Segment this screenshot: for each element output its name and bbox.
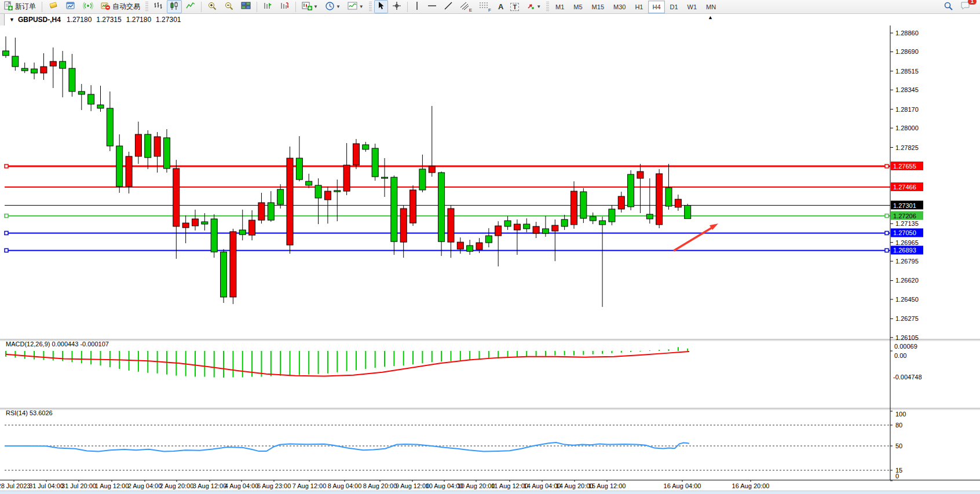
line-handle[interactable] bbox=[885, 248, 888, 252]
chart-shift-marker[interactable]: ▲ bbox=[708, 14, 713, 20]
auto-trading-button[interactable]: 自动交易 bbox=[97, 0, 143, 13]
price-tick-label: 1.26620 bbox=[895, 277, 919, 284]
cursor-tool-button[interactable] bbox=[374, 0, 388, 13]
time-tick-label: 15 Aug 12:00 bbox=[588, 482, 626, 489]
timeframe-button-w1[interactable]: W1 bbox=[683, 1, 701, 13]
candlestick-chart-button[interactable] bbox=[167, 0, 182, 13]
rsi-axis-label: 80 bbox=[895, 422, 902, 429]
candle bbox=[609, 209, 615, 222]
crosshair-tool-button[interactable] bbox=[389, 0, 404, 13]
candle bbox=[599, 221, 606, 225]
candle bbox=[448, 208, 454, 242]
notifications-button[interactable]: 1 bbox=[957, 0, 974, 13]
candle bbox=[182, 223, 189, 228]
price-tick-label: 1.26965 bbox=[895, 239, 919, 246]
line-handle[interactable] bbox=[5, 164, 8, 168]
candle bbox=[324, 191, 331, 200]
new-order-button[interactable]: 新订单 bbox=[1, 0, 39, 13]
chart-shift-icon bbox=[280, 1, 290, 12]
indicators-button[interactable]: ▼ bbox=[345, 0, 367, 13]
auto-scroll-button[interactable] bbox=[260, 0, 276, 13]
time-tick-label: 28 Jul 2023 bbox=[0, 482, 30, 489]
crosshair-icon bbox=[392, 1, 401, 12]
candle bbox=[239, 230, 246, 235]
symbol-dropdown-icon[interactable]: ▼ bbox=[9, 17, 14, 23]
text-tool[interactable]: A bbox=[495, 0, 506, 13]
chart-header: ▼ GBPUSD-,H4 1.27180 1.27315 1.27180 1.2… bbox=[5, 14, 980, 26]
candle bbox=[353, 144, 359, 165]
candle bbox=[467, 246, 473, 251]
line-handle[interactable] bbox=[885, 214, 888, 218]
auto-trading-label: 自动交易 bbox=[112, 2, 140, 12]
timeframe-button-d1[interactable]: D1 bbox=[666, 1, 682, 13]
candle bbox=[438, 173, 445, 241]
candle bbox=[343, 165, 350, 191]
line-handle[interactable] bbox=[885, 231, 888, 235]
line-chart-button[interactable] bbox=[183, 0, 198, 13]
timeframe-button-group: M1M5M15M30H1H4D1W1MN bbox=[551, 1, 721, 13]
candle bbox=[580, 192, 587, 218]
market-watch-button[interactable] bbox=[45, 0, 61, 13]
timeframe-button-h1[interactable]: H1 bbox=[631, 1, 647, 13]
timeframe-button-h4[interactable]: H4 bbox=[648, 1, 664, 13]
candle bbox=[400, 208, 407, 242]
text-label-tool[interactable]: T bbox=[507, 0, 522, 13]
candle bbox=[97, 105, 104, 108]
fibonacci-tool[interactable]: F bbox=[476, 0, 494, 13]
price-tick-label: 1.27825 bbox=[895, 144, 919, 151]
new-chart-icon bbox=[302, 1, 312, 12]
arrows-tool-icon bbox=[526, 1, 535, 12]
candle bbox=[665, 188, 672, 206]
chevron-down-icon: ▼ bbox=[359, 4, 364, 9]
timeframe-button-mn[interactable]: MN bbox=[702, 1, 720, 13]
ohlc-high: 1.27315 bbox=[96, 16, 121, 24]
tile-windows-button[interactable] bbox=[238, 0, 254, 13]
chart-window: ▼ GBPUSD-,H4 1.27180 1.27315 1.27180 1.2… bbox=[0, 14, 980, 494]
time-tick-label: 2 Aug 20:00 bbox=[160, 482, 194, 489]
timeframe-button-m5[interactable]: M5 bbox=[569, 1, 586, 13]
horizontal-line-tool[interactable] bbox=[425, 0, 440, 13]
new-chart-button[interactable]: ▼ bbox=[299, 0, 321, 13]
search-icon bbox=[944, 1, 953, 13]
candle bbox=[495, 226, 502, 236]
line-handle[interactable] bbox=[885, 164, 888, 168]
zoom-out-button[interactable] bbox=[221, 0, 237, 13]
arrows-tool[interactable]: ▼ bbox=[523, 0, 544, 13]
chart-canvas[interactable]: MACD(12,26,9) 0.000443 -0.000107RSI(14) … bbox=[0, 25, 980, 491]
chart-shift-button[interactable] bbox=[277, 0, 292, 13]
candle bbox=[163, 138, 170, 169]
ohlc-close: 1.27301 bbox=[156, 16, 181, 24]
candle bbox=[277, 189, 284, 204]
candle bbox=[78, 92, 85, 94]
timeframe-button-m30[interactable]: M30 bbox=[609, 1, 630, 13]
bar-chart-button[interactable] bbox=[151, 0, 166, 13]
candle bbox=[60, 61, 66, 68]
vertical-line-tool[interactable] bbox=[411, 0, 423, 13]
candle bbox=[315, 185, 321, 198]
price-tag-label: 1.27466 bbox=[893, 184, 916, 191]
candle bbox=[419, 169, 426, 190]
candle bbox=[296, 158, 302, 180]
trendline-tool[interactable] bbox=[441, 0, 456, 13]
equidistant-channel-tool[interactable]: E bbox=[457, 0, 475, 13]
line-handle[interactable] bbox=[5, 231, 8, 235]
candle bbox=[429, 166, 435, 173]
zoom-in-icon bbox=[207, 1, 217, 13]
notification-badge: 1 bbox=[968, 0, 977, 5]
line-handle[interactable] bbox=[5, 214, 8, 218]
candle bbox=[249, 220, 255, 235]
line-handle[interactable] bbox=[5, 248, 8, 252]
rsi-axis-label: 0 bbox=[895, 473, 899, 480]
period-button[interactable]: ▼ bbox=[322, 0, 343, 13]
timeframe-button-m1[interactable]: M1 bbox=[551, 1, 568, 13]
macd-axis-label: 0.00 bbox=[894, 352, 906, 359]
time-tick-label: 3 Aug 12:00 bbox=[193, 482, 227, 489]
time-tick-label: 8 Aug 04:00 bbox=[328, 482, 362, 489]
market-watch-icon bbox=[48, 1, 58, 12]
zoom-in-button[interactable] bbox=[204, 0, 220, 13]
signals-button[interactable] bbox=[80, 0, 96, 13]
data-window-button[interactable] bbox=[63, 0, 79, 13]
candle bbox=[88, 94, 94, 104]
timeframe-button-m15[interactable]: M15 bbox=[588, 1, 608, 13]
search-button[interactable] bbox=[941, 0, 956, 13]
